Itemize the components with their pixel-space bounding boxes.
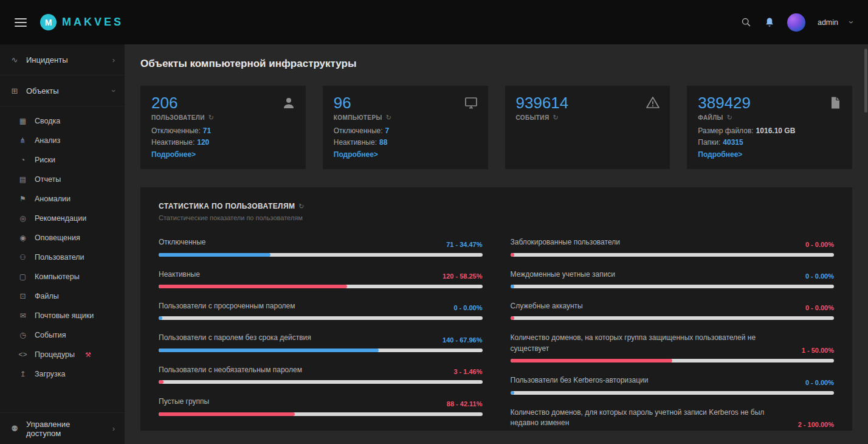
warning-icon — [646, 95, 660, 110]
refresh-icon[interactable]: ↻ — [553, 114, 559, 121]
sidebar-item-anomalies[interactable]: ⚑ Аномалии — [0, 189, 125, 209]
stat-row: Пользователи с просроченным паролем0 - 0… — [159, 301, 483, 320]
summary-icon: ▦ — [18, 117, 27, 125]
stat-row: Пользователи с паролем без срока действи… — [159, 333, 483, 352]
sidebar-item-mailboxes[interactable]: ✉ Почтовые ящики — [0, 306, 125, 325]
sidebar-item-files[interactable]: ⊡ Файлы — [0, 286, 125, 306]
sidebar-item-label: Инциденты — [26, 55, 106, 64]
bell-icon[interactable] — [764, 17, 775, 28]
sidebar-item-label: Пользователи — [35, 253, 84, 262]
chevron-right-icon: › — [112, 424, 115, 433]
stat-value: 0 - 0.00% — [805, 241, 834, 248]
sidebar-item-incidents[interactable]: ∿ Инциденты › — [0, 44, 125, 75]
card-users: 206 ПОЛЬЗОВАТЕЛИ↻ Отключенные:71 Неактив… — [140, 86, 306, 169]
procedures-icon: <> — [18, 350, 27, 359]
sidebar-item-procedures[interactable]: <> Процедуры ⚒ — [0, 345, 125, 364]
brand-text: MAKVES — [62, 16, 123, 29]
stat-row: Количество доменов, для которых пароль у… — [511, 408, 835, 431]
sidebar-item-summary[interactable]: ▦ Сводка — [0, 111, 125, 131]
refresh-icon[interactable]: ↻ — [386, 114, 392, 121]
card-stat-label: Неактивные: — [151, 138, 195, 147]
stat-row: Пустые группы88 - 42.11% — [159, 397, 483, 415]
scrollbar-thumb[interactable] — [864, 49, 867, 113]
risks-icon: ◔ — [18, 156, 27, 164]
stat-value: 1 - 50.00% — [802, 347, 834, 354]
sidebar-item-risks[interactable]: ◔ Риски — [0, 150, 125, 170]
stat-label: Заблокированные пользователи — [511, 237, 620, 248]
sidebar-item-access-management[interactable]: ⚉ Управление доступом › — [0, 412, 125, 444]
card-stat-row: Размер файлов:1016.10 GB — [698, 125, 841, 137]
sidebar-item-label: Объекты — [26, 86, 106, 95]
stat-value: 88 - 42.11% — [447, 400, 483, 408]
stat-bar — [511, 316, 835, 320]
stat-row: Междоменные учетные записи0 - 0.00% — [511, 269, 835, 288]
sidebar-item-events[interactable]: ◷ События — [0, 325, 125, 345]
chevron-down-icon: › — [109, 89, 118, 92]
users-icon: ⚇ — [18, 253, 27, 262]
details-link[interactable]: Подробнее> — [698, 150, 742, 159]
card-stat-row: Папки:40315 — [698, 137, 841, 148]
username: admin — [818, 18, 838, 27]
stat-value: 71 - 34.47% — [446, 241, 482, 248]
sidebar-item-label: События — [35, 331, 66, 339]
stat-label: Отключенные — [159, 237, 205, 248]
stat-bar — [511, 391, 835, 395]
refresh-icon[interactable]: ↻ — [727, 114, 733, 121]
card-stat-value: 7 — [385, 127, 390, 135]
panel-subtitle: Статистические показатели по пользовател… — [159, 214, 834, 221]
stat-value: 0 - 0.00% — [805, 272, 834, 280]
sidebar-item-computers[interactable]: ▢ Компьютеры — [0, 267, 125, 286]
stat-value: 120 - 58.25% — [443, 272, 482, 280]
sidebar-item-alerts[interactable]: ◉ Оповещения — [0, 228, 125, 248]
sidebar-item-reports[interactable]: ▤ Отчеты — [0, 170, 125, 189]
stat-value: 140 - 67.96% — [443, 336, 482, 344]
sidebar-item-label: Сводка — [35, 117, 60, 125]
avatar[interactable] — [787, 13, 805, 32]
sidebar-item-users[interactable]: ⚇ Пользователи — [0, 248, 125, 267]
sidebar-item-analysis[interactable]: ⋔ Анализ — [0, 131, 125, 150]
details-link[interactable]: Подробнее> — [151, 150, 196, 159]
card-stat-label: Папки: — [698, 138, 720, 147]
sidebar-item-upload[interactable]: ↥ Загрузка — [0, 364, 125, 384]
stat-value: 0 - 0.00% — [453, 304, 482, 311]
card-value: 206 — [151, 94, 295, 113]
objects-icon: ⊞ — [10, 86, 19, 95]
stat-bar — [159, 316, 483, 320]
stat-row: Заблокированные пользователи0 - 0.00% — [511, 237, 835, 256]
card-value: 939614 — [516, 94, 660, 113]
stat-label: Количество доменов, для которых пароль у… — [511, 408, 787, 429]
card-stat-row: Отключенные:7 — [334, 125, 477, 137]
file-icon — [828, 95, 842, 110]
stat-bar — [511, 285, 835, 288]
access-management-icon: ⚉ — [10, 424, 19, 433]
card-stat-value: 40315 — [723, 138, 743, 147]
sidebar-item-objects[interactable]: ⊞ Объекты › — [0, 75, 125, 106]
sidebar-item-recommendations[interactable]: ◎ Рекомендации — [0, 209, 125, 228]
search-icon[interactable] — [741, 17, 752, 28]
details-link[interactable]: Подробнее> — [334, 150, 378, 159]
card-stat-label: Размер файлов: — [698, 127, 753, 135]
stat-label: Пользователи с просроченным паролем — [159, 301, 295, 311]
stat-label: Пустые группы — [159, 397, 209, 407]
stat-label: Неактивные — [159, 269, 200, 280]
brand-logo[interactable]: M MAKVES — [40, 14, 123, 30]
card-stat-label: Отключенные: — [334, 127, 383, 135]
stat-label: Пользователи с необязательным паролем — [159, 365, 302, 375]
user-menu-chevron-icon[interactable]: › — [847, 21, 856, 24]
sidebar-item-label: Процедуры — [35, 350, 75, 359]
sidebar-item-label: Анализ — [35, 136, 60, 145]
card-value: 389429 — [698, 94, 841, 113]
stat-bar — [159, 253, 483, 257]
chevron-right-icon: › — [112, 55, 115, 64]
menu-toggle-button[interactable] — [15, 16, 27, 29]
stat-value: 0 - 0.00% — [805, 304, 834, 311]
analysis-icon: ⋔ — [18, 136, 27, 145]
card-label: СОБЫТИЯ — [516, 114, 549, 121]
stat-value: 0 - 0.00% — [805, 379, 834, 386]
refresh-icon[interactable]: ↻ — [298, 203, 305, 210]
refresh-icon[interactable]: ↻ — [208, 114, 215, 121]
card-label: ФАЙЛЫ — [698, 114, 723, 121]
stats-grid: Отключенные71 - 34.47% Неактивные120 - 5… — [159, 237, 834, 431]
card-events: 939614 СОБЫТИЯ↻ — [505, 86, 670, 169]
stat-bar — [159, 285, 483, 288]
